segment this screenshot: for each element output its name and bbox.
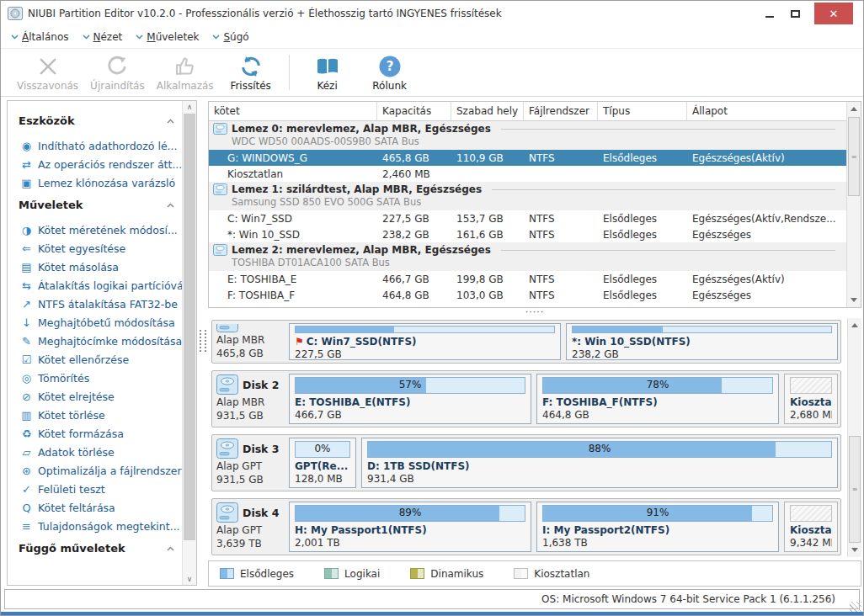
partition-gpt-re[interactable]: 0%GPT(Re...128,0 MB — [289, 438, 356, 488]
menu-item-nezet[interactable]: Nézet — [83, 31, 123, 43]
scroll-up-button[interactable] — [847, 103, 861, 115]
partition-kioszta[interactable]: Kioszta...9,342 MB — [784, 502, 838, 552]
sidebar-item-atalakitas-logikai-particiova[interactable]: ⇆Átalakítás logikai partícióvá — [19, 276, 183, 295]
usage-bar — [295, 326, 555, 333]
column-header-tipus[interactable]: Típus — [598, 102, 687, 120]
column-header-szabad-hely[interactable]: Szabad hely — [451, 102, 524, 120]
disk-icon — [213, 183, 227, 195]
disk-group-header[interactable]: Lemez 1: szilárdtest, Alap MBR, Egészség… — [209, 182, 847, 210]
scroll-down-button[interactable] — [848, 544, 861, 556]
disk-group-header[interactable]: Lemez 0: merevlemez, Alap MBR, Egészsége… — [209, 121, 847, 150]
sidebar-item-kotet-meretenek-modosi[interactable]: ◑Kötet méretének módosí... — [19, 220, 183, 239]
legend-label: Logikai — [344, 568, 380, 580]
partition-i-my-passport2-ntfs[interactable]: 91%I: My Passport2(NTFS)1,638 TB — [536, 502, 779, 552]
partition-size: 238,2 GB — [572, 348, 832, 360]
menu-item-altalanos[interactable]: Általános — [11, 31, 69, 43]
scroll-thumb[interactable] — [184, 114, 195, 540]
cell-type: Elsődleges — [598, 289, 687, 301]
sidebar-item-kotet-torlese[interactable]: ▥Kötet törlése — [19, 406, 183, 424]
section-header-muveletek[interactable]: Műveletek — [19, 199, 183, 211]
sidebar-item-kotet-masolasa[interactable]: ▤Kötet másolása — [19, 258, 183, 276]
scroll-thumb[interactable]: ≡ — [848, 117, 860, 196]
ujrainditas-button[interactable]: Újraindítás — [84, 50, 151, 94]
column-header-kapacitas[interactable]: Kapacitás — [377, 102, 451, 120]
table-row[interactable]: G: WINDOWS_G465,8 GB110,9 GBNTFSElsődleg… — [209, 150, 847, 166]
sidebar-item-feluleti-teszt[interactable]: ✓Felületi teszt — [19, 480, 183, 498]
table-scrollbar[interactable]: ≡ — [846, 102, 861, 307]
kezi-button[interactable]: Kézi — [296, 50, 359, 94]
sidebar-item-tulajdonsagok-megtekint[interactable]: ≡Tulajdonságok megtekint... — [19, 517, 183, 535]
partition-h-my-passport1-ntfs[interactable]: 89%H: My Passport1(NTFS)2,001 TB — [289, 502, 531, 552]
menu-item-sugo[interactable]: Súgó — [212, 31, 248, 43]
disk-icon — [216, 502, 238, 523]
sidebar-item-meghajtobetu-modositasa[interactable]: ↓Meghajtóbetű módosítása — [19, 313, 183, 332]
scroll-up-button[interactable]: ∧ — [183, 101, 196, 113]
sidebar-item-kotet-ellenorzese[interactable]: ☑Kötet ellenőrzése — [19, 350, 183, 369]
partition-e-toshiba-e-ntfs[interactable]: 57%E: TOSHIBA_E(NTFS)466,7 GB — [289, 374, 531, 424]
content-area: kötetKapacitásSzabad helyFájlrendszerTíp… — [208, 96, 861, 587]
close-button[interactable]: ✕ — [814, 3, 853, 24]
table-row[interactable]: C: Win7_SSD227,5 GB153,7 GBNTFSElsődlege… — [209, 210, 847, 226]
disk-group-header[interactable]: Lemez 2: merevlemez, Alap MBR, Egészsége… — [209, 242, 847, 271]
disk-panel-partial[interactable]: Alap MBR465,8 GB⚑C: Win7_SSD(NTFS)227,5 … — [211, 320, 841, 364]
scroll-up-button[interactable] — [848, 319, 861, 332]
alkalmazas-button[interactable]: Alkalmazás — [151, 50, 220, 94]
partition-blocks: 57%E: TOSHIBA_E(NTFS)466,7 GB78%F: TOSHI… — [289, 374, 838, 424]
section-header-fuggo-muveletek[interactable]: Függő műveletek — [19, 542, 183, 555]
disk-2-panel[interactable]: Disk 2Alap MBR931,5 GB57%E: TOSHIBA_E(NT… — [211, 370, 841, 427]
column-header-allapot[interactable]: Állapot — [687, 102, 847, 120]
sidebar-item-adatok-torlese[interactable]: ▱Adatok törlése — [19, 443, 183, 461]
disk-3-panel[interactable]: Disk 3Alap GPT931,5 GB0%GPT(Re...128,0 M… — [211, 434, 841, 491]
disk-area-scrollbar[interactable]: ≡ — [847, 318, 861, 557]
sidebar-splitter-handle[interactable] — [200, 330, 206, 352]
maximize-button[interactable] — [782, 3, 808, 24]
sidebar-item-kotet-elrejtese[interactable]: ⊘Kötet elrejtése — [19, 387, 183, 406]
chevron-up-icon — [167, 203, 174, 208]
disk-4-panel[interactable]: Disk 4Alap GPT3,639 TB89%H: My Passport1… — [211, 498, 841, 555]
sidebar-item-kotet-feltarasa[interactable]: QKötet feltárása — [19, 498, 183, 517]
legend-swatch — [514, 568, 528, 579]
column-header-fajlrendszer[interactable]: Fájlrendszer — [524, 102, 598, 120]
partition-c-win7-ssd-ntfs[interactable]: ⚑C: Win7_SSD(NTFS)227,5 GB — [289, 323, 561, 360]
sidebar-item-ntfs-atalakitasa-fat32-be[interactable]: ↗NTFS átalakítása FAT32-be — [19, 295, 183, 313]
table-row[interactable]: F: TOSHIBA_F464,8 GB103,0 GBNTFSElsődleg… — [209, 287, 847, 303]
disk-partition-style: Alap GPT — [216, 524, 287, 536]
splitter-handle-icon: ····· — [525, 306, 544, 317]
column-header-kotet[interactable]: kötet — [209, 102, 377, 120]
disk-group-subtitle: Samsung SSD 850 EVO 500G SATA Bus — [232, 196, 847, 208]
table-row[interactable]: Kiosztatlan2,460 MB — [209, 166, 847, 182]
sidebar-item-tomorites[interactable]: ◎Tömörítés — [19, 369, 183, 387]
sidebar-item-indithato-adathordozo-le[interactable]: ◉Indítható adathordozó lé... — [19, 136, 183, 155]
sidebar-item-optimalizalja-a-fajlrendszert[interactable]: ⊛Optimalizálja a fájlrendszert — [19, 461, 183, 480]
disk-group-title-row: Lemez 1: szilárdtest, Alap MBR, Egészség… — [213, 183, 847, 195]
partition-kioszta[interactable]: Kioszta...2,680 MB — [784, 374, 838, 424]
table-row[interactable]: *: Win 10_SSD238,2 GB161,6 GBNTFSElsődle… — [209, 226, 847, 242]
frissites-button[interactable]: Frissítés — [220, 50, 282, 94]
horizontal-splitter[interactable]: ····· — [208, 310, 861, 317]
sidebar-item-meghajtocimke-modositasa[interactable]: ✎Meghajtócímke módosítása — [19, 332, 183, 350]
partition-win-10-ssd-ntfs[interactable]: *: Win 10_SSD(NTFS)238,2 GB — [566, 323, 838, 360]
table-row[interactable]: E: TOSHIBA_E466,7 GB199,8 GBNTFSElsődleg… — [209, 271, 847, 287]
partition-d-1tb-ssd-ntfs[interactable]: 88%D: 1TB SSD(NTFS)931,4 GB — [361, 438, 838, 488]
volume-table: kötetKapacitásSzabad helyFájlrendszerTíp… — [208, 101, 861, 308]
partition-label-row: H: My Passport1(NTFS) — [295, 524, 525, 536]
scroll-down-button[interactable] — [847, 294, 861, 306]
rolunk-button[interactable]: ?Rólunk — [359, 50, 421, 94]
visszavonas-button[interactable]: Visszavonás — [11, 50, 84, 94]
scroll-down-button[interactable]: ∨ — [183, 573, 196, 585]
sidebar-item-az-operacios-rendszer-att[interactable]: ⇄Az operációs rendszer átt... — [19, 155, 183, 173]
section-header-eszkozok[interactable]: Eszközök — [19, 114, 183, 127]
scroll-thumb[interactable]: ≡ — [849, 436, 861, 543]
sidebar-item-lemez-klonozasa-varazslo[interactable]: ▣Lemez klónozása varázsló — [19, 173, 183, 192]
sidebar-item-kotet-egyesitese[interactable]: ⇐Kötet egyesítése — [19, 239, 183, 258]
disk-group-title-row: Lemez 0: merevlemez, Alap MBR, Egészsége… — [213, 123, 847, 135]
menu-item-muveletek[interactable]: Műveletek — [136, 31, 199, 43]
sidebar-item-kotet-formazasa[interactable]: ♻Kötet formázása — [19, 424, 183, 443]
minimize-button[interactable] — [757, 3, 782, 24]
partition-f-toshiba-f-ntfs[interactable]: 78%F: TOSHIBA_F(NTFS)464,8 GB — [536, 374, 779, 424]
sidebar-item-label: Felületi teszt — [38, 483, 105, 496]
sidebar-scrollbar[interactable]: ∧ ∨ — [182, 101, 196, 585]
cell-status: Egészséges — [687, 229, 847, 241]
sidebar-item-label: Átalakítás logikai partícióvá — [38, 279, 183, 292]
sidebar-item-label: Adatok törlése — [38, 446, 115, 459]
